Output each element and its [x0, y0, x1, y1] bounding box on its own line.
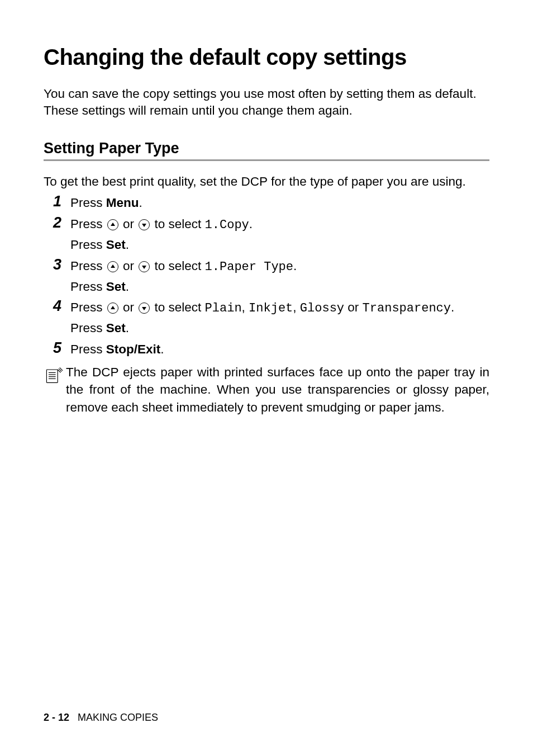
step-item: 5 Press Stop/Exit.: [44, 339, 489, 359]
step-body: Press Stop/Exit.: [70, 339, 489, 359]
down-arrow-icon: [139, 219, 150, 230]
step-text: .: [126, 238, 129, 252]
section-heading: Setting Paper Type: [44, 140, 489, 161]
step-item: 2 Press or to select 1.Copy. Press Set.: [44, 214, 489, 254]
menu-option: Plain: [205, 301, 242, 315]
step-text: .: [451, 300, 454, 314]
step-text: .: [139, 196, 142, 210]
set-label: Set: [106, 238, 126, 252]
menu-option: 1.Copy: [205, 218, 249, 232]
step-number: 3: [44, 256, 61, 273]
step-text: Press: [70, 259, 106, 273]
note-icon: [44, 363, 66, 387]
up-arrow-icon: [107, 261, 118, 272]
step-number: 1: [44, 192, 61, 210]
down-arrow-icon: [139, 303, 150, 314]
step-text: .: [249, 217, 253, 231]
set-label: Set: [106, 280, 126, 294]
step-item: 3 Press or to select 1.Paper Type. Press…: [44, 256, 489, 296]
set-label: Set: [106, 321, 126, 335]
step-text: .: [126, 321, 129, 335]
step-text: or: [120, 217, 138, 231]
page-footer: 2 - 12 MAKING COPIES: [44, 712, 158, 724]
step-text: to select: [151, 300, 204, 314]
menu-label: Menu: [106, 196, 139, 210]
step-number: 4: [44, 297, 61, 315]
down-arrow-icon: [139, 261, 150, 272]
step-text: Press: [70, 280, 106, 294]
step-number: 5: [44, 339, 61, 357]
step-text: or: [120, 300, 138, 314]
step-text: to select: [151, 217, 204, 231]
step-text: .: [126, 280, 129, 294]
section-intro: To get the best print quality, set the D…: [44, 173, 489, 190]
step-text: Press: [70, 300, 106, 314]
step-item: 4 Press or to select Plain, Inkjet, Glos…: [44, 297, 489, 338]
step-text: Press: [70, 342, 106, 356]
step-text: ,: [293, 300, 300, 314]
up-arrow-icon: [107, 219, 118, 230]
step-body: Press or to select 1.Copy. Press Set.: [70, 214, 489, 254]
step-text: ,: [242, 300, 249, 314]
page-number: 2 - 12: [44, 712, 69, 723]
menu-option: Transparency: [363, 301, 451, 315]
step-body: Press or to select Plain, Inkjet, Glossy…: [70, 297, 489, 338]
intro-text: You can save the copy settings you use m…: [44, 86, 489, 120]
step-text: .: [293, 259, 297, 273]
up-arrow-icon: [107, 303, 118, 314]
step-text: or: [120, 259, 138, 273]
step-text: Press: [70, 196, 106, 210]
svg-rect-0: [46, 370, 58, 382]
step-text: Press: [70, 238, 106, 252]
step-text: .: [160, 342, 164, 356]
footer-section: MAKING COPIES: [78, 712, 158, 723]
step-item: 1 Press Menu.: [44, 192, 489, 212]
menu-option: 1.Paper Type: [205, 260, 293, 274]
step-text: to select: [151, 259, 204, 273]
step-body: Press or to select 1.Paper Type. Press S…: [70, 256, 489, 296]
step-text: Press: [70, 321, 106, 335]
step-text: or: [344, 300, 363, 314]
steps-list: 1 Press Menu. 2 Press or to select 1.Cop…: [44, 192, 489, 359]
menu-option: Inkjet: [249, 301, 293, 315]
page-title: Changing the default copy settings: [44, 45, 489, 70]
stop-exit-label: Stop/Exit: [106, 342, 161, 356]
menu-option: Glossy: [300, 301, 344, 315]
note-text: The DCP ejects paper with printed surfac…: [66, 363, 489, 417]
step-text: Press: [70, 217, 106, 231]
step-body: Press Menu.: [70, 192, 489, 212]
step-number: 2: [44, 214, 61, 231]
note-block: The DCP ejects paper with printed surfac…: [44, 363, 489, 417]
